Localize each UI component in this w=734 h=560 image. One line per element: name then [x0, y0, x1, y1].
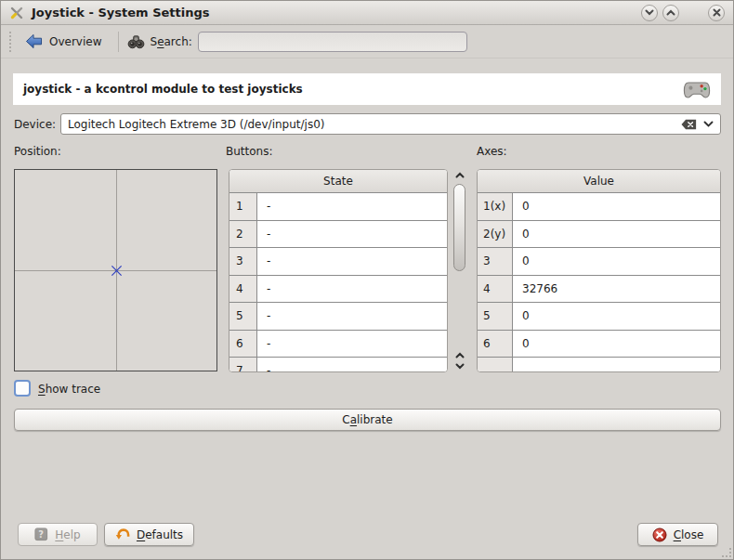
- table-row[interactable]: 1(x)0: [478, 193, 720, 221]
- overview-button[interactable]: Overview: [18, 30, 110, 53]
- chevron-up-icon: [666, 9, 675, 16]
- help-button[interactable]: ? Help: [18, 523, 98, 546]
- module-title: joystick - a kcontrol module to test joy…: [23, 83, 303, 96]
- axes-label: Axes:: [477, 145, 507, 158]
- row-number: 4: [478, 276, 513, 303]
- row-number: 3: [478, 248, 513, 275]
- device-label: Device:: [14, 118, 56, 131]
- close-label: Close: [674, 528, 704, 541]
- buttons-scrollbar[interactable]: [452, 169, 468, 372]
- svg-text:?: ?: [39, 529, 45, 540]
- minimize-button[interactable]: [641, 5, 658, 21]
- clear-backspace-icon[interactable]: [681, 119, 697, 130]
- buttons-table-body: 1-2-3-4-5-6-7-: [229, 193, 447, 372]
- row-number: 3: [229, 248, 257, 275]
- row-value: 0: [513, 248, 720, 275]
- calibrate-button[interactable]: Calibrate: [14, 409, 721, 431]
- close-button[interactable]: Close: [637, 523, 718, 546]
- row-number: 1(x): [478, 193, 513, 220]
- table-row[interactable]: 4-: [229, 276, 447, 304]
- row-value: -: [257, 358, 447, 372]
- undo-arrow-icon: [115, 527, 130, 541]
- table-row[interactable]: 60: [478, 331, 720, 358]
- axes-table-header[interactable]: Value: [478, 170, 720, 193]
- row-number: 2: [229, 221, 257, 248]
- toolbar-drag-handle[interactable]: [9, 32, 13, 52]
- row-value: -: [257, 303, 447, 330]
- table-row[interactable]: 2-: [229, 221, 447, 249]
- question-mark-icon: ?: [34, 527, 48, 541]
- module-header: joystick - a kcontrol module to test joy…: [13, 73, 721, 105]
- axes-table-body: 1(x)02(y)0304327665060: [478, 193, 720, 372]
- crossed-tools-icon: [9, 6, 24, 20]
- position-marker-icon: [111, 265, 123, 277]
- row-value: [513, 358, 720, 372]
- overview-label: Overview: [49, 35, 102, 48]
- row-number: 4: [229, 276, 257, 303]
- row-number: [478, 358, 513, 372]
- show-trace-label[interactable]: Show trace: [38, 383, 100, 396]
- help-label: Help: [55, 528, 80, 541]
- defaults-label: Defaults: [137, 528, 183, 541]
- row-number: 7: [229, 358, 257, 372]
- toolbar: Overview Search:: [1, 25, 733, 59]
- table-row[interactable]: [478, 358, 720, 372]
- resize-grip[interactable]: [722, 548, 731, 557]
- row-value: -: [257, 248, 447, 275]
- red-circle-x-icon: [652, 527, 667, 542]
- table-row[interactable]: 50: [478, 303, 720, 331]
- window-title: Joystick - System Settings: [32, 6, 210, 20]
- row-value: -: [257, 276, 447, 303]
- table-row[interactable]: 3-: [229, 248, 447, 276]
- table-row[interactable]: 5-: [229, 303, 447, 331]
- defaults-button[interactable]: Defaults: [104, 523, 194, 546]
- table-row[interactable]: 2(y)0: [478, 221, 720, 249]
- row-number: 1: [229, 193, 257, 220]
- row-number: 6: [229, 331, 257, 358]
- buttons-table: State 1-2-3-4-5-6-7-: [229, 169, 448, 372]
- row-value: -: [257, 193, 447, 220]
- row-value: -: [257, 331, 447, 358]
- scroll-up-icon[interactable]: [452, 169, 468, 181]
- search-input[interactable]: [198, 32, 467, 52]
- buttons-table-header[interactable]: State: [229, 170, 447, 193]
- row-value: 0: [513, 193, 720, 220]
- scroll-down-icon[interactable]: [452, 360, 468, 372]
- search-label: Search:: [151, 35, 192, 48]
- table-row[interactable]: 1-: [229, 193, 447, 221]
- row-number: 5: [478, 303, 513, 330]
- position-pad: [14, 169, 217, 371]
- titlebar[interactable]: Joystick - System Settings: [1, 1, 733, 25]
- row-number: 2(y): [478, 221, 513, 248]
- row-value: 32766: [513, 276, 720, 303]
- row-value: 0: [513, 303, 720, 330]
- show-trace-checkbox[interactable]: [14, 380, 31, 397]
- position-label: Position:: [14, 145, 61, 158]
- row-value: 0: [513, 331, 720, 358]
- table-row[interactable]: 7-: [229, 358, 447, 372]
- binoculars-icon: [127, 33, 145, 50]
- scrollbar-thumb[interactable]: [453, 184, 465, 271]
- axes-table: Value 1(x)02(y)0304327665060: [477, 169, 721, 372]
- back-arrow-icon: [25, 33, 43, 49]
- calibrate-label: Calibrate: [342, 413, 392, 426]
- row-number: 6: [478, 331, 513, 358]
- toolbar-separator: [118, 32, 119, 52]
- gamepad-icon: [683, 80, 711, 99]
- table-row[interactable]: 30: [478, 248, 720, 276]
- close-x-icon: [713, 8, 721, 17]
- device-combobox[interactable]: Logitech Logitech Extreme 3D (/dev/input…: [60, 113, 721, 135]
- device-combobox-value: Logitech Logitech Extreme 3D (/dev/input…: [68, 118, 675, 131]
- row-number: 5: [229, 303, 257, 330]
- system-settings-window: Joystick - System Settings: [0, 0, 734, 560]
- table-row[interactable]: 432766: [478, 276, 720, 304]
- chevron-down-icon: [645, 9, 654, 16]
- window-close-button[interactable]: [708, 5, 725, 21]
- maximize-button[interactable]: [662, 5, 679, 21]
- row-value: -: [257, 221, 447, 248]
- row-value: 0: [513, 221, 720, 248]
- chevron-down-icon[interactable]: [703, 121, 714, 127]
- table-row[interactable]: 6-: [229, 331, 447, 358]
- buttons-label: Buttons:: [226, 145, 273, 158]
